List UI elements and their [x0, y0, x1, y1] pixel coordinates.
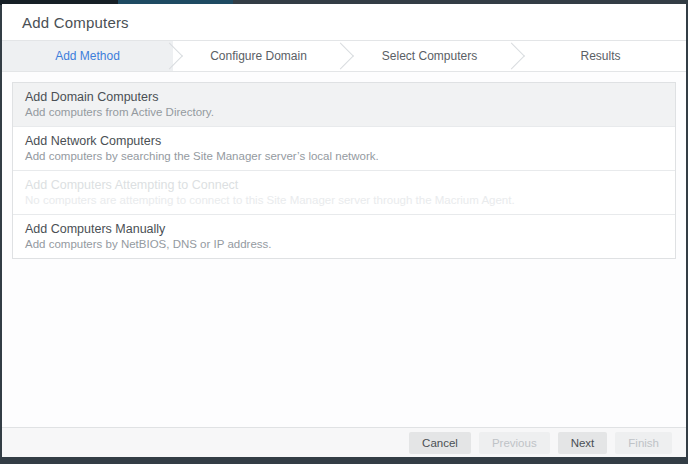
- method-description: Add computers by searching the Site Mana…: [25, 150, 663, 162]
- dialog-title: Add Computers: [22, 14, 129, 31]
- step-results[interactable]: Results: [515, 41, 686, 71]
- wizard-content: Add Domain Computers Add computers from …: [2, 72, 686, 427]
- wizard-steps: Add Method Configure Domain Select Compu…: [2, 41, 686, 72]
- add-computers-dialog: Add Computers Add Method Configure Domai…: [2, 4, 686, 457]
- method-row-computers-manually[interactable]: Add Computers Manually Add computers by …: [13, 215, 675, 258]
- step-label: Configure Domain: [210, 49, 307, 63]
- step-add-method[interactable]: Add Method: [2, 41, 173, 71]
- dialog-footer: Cancel Previous Next Finish: [2, 427, 686, 457]
- method-row-network-computers[interactable]: Add Network Computers Add computers by s…: [13, 127, 675, 171]
- method-title: Add Computers Manually: [25, 222, 663, 236]
- method-description: No computers are attempting to connect t…: [25, 194, 663, 206]
- step-label: Add Method: [55, 49, 120, 63]
- dialog-titlebar: Add Computers: [2, 4, 686, 41]
- finish-button: Finish: [615, 432, 672, 454]
- method-title: Add Network Computers: [25, 134, 663, 148]
- method-title: Add Computers Attempting to Connect: [25, 178, 663, 192]
- cancel-button[interactable]: Cancel: [409, 432, 471, 454]
- next-button[interactable]: Next: [558, 432, 608, 454]
- method-row-domain-computers[interactable]: Add Domain Computers Add computers from …: [13, 83, 675, 127]
- step-configure-domain[interactable]: Configure Domain: [173, 41, 344, 71]
- step-label: Results: [580, 49, 620, 63]
- method-description: Add computers from Active Directory.: [25, 106, 663, 118]
- previous-button: Previous: [479, 432, 550, 454]
- method-row-computers-attempting-to-connect: Add Computers Attempting to Connect No c…: [13, 171, 675, 215]
- method-title: Add Domain Computers: [25, 90, 663, 104]
- step-select-computers[interactable]: Select Computers: [344, 41, 515, 71]
- step-label: Select Computers: [382, 49, 477, 63]
- add-method-list: Add Domain Computers Add computers from …: [12, 82, 676, 259]
- method-description: Add computers by NetBIOS, DNS or IP addr…: [25, 238, 663, 250]
